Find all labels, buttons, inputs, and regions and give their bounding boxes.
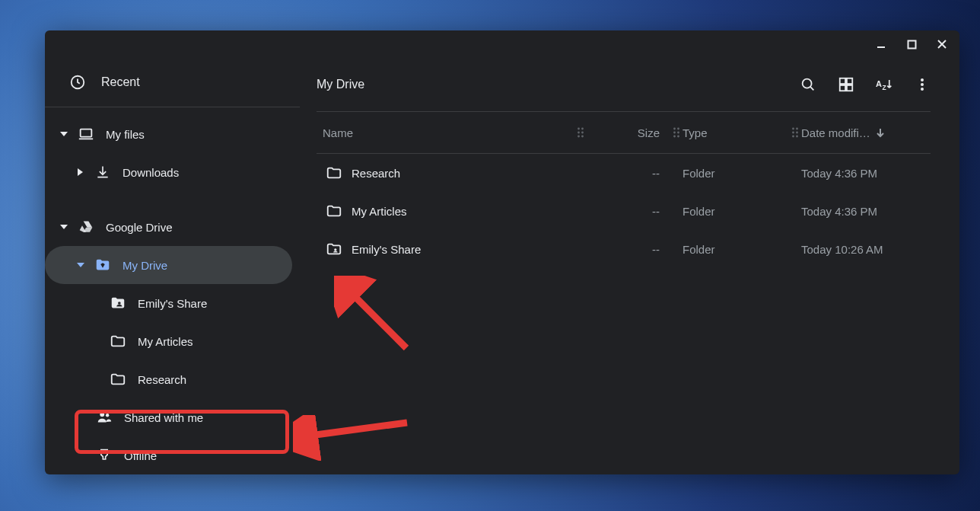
main-panel: My Drive AZ Name	[300, 58, 959, 474]
svg-point-48	[796, 136, 798, 138]
file-date: Today 4:36 PM	[801, 167, 931, 180]
window-titlebar	[45, 30, 959, 58]
svg-rect-22	[840, 78, 845, 84]
folder-icon	[317, 164, 352, 181]
minimize-button[interactable]	[874, 37, 888, 51]
sidebar-tree: My files Downloads	[45, 107, 300, 474]
svg-point-44	[796, 128, 798, 130]
chevron-down-icon	[59, 222, 69, 232]
svg-point-43	[792, 128, 794, 130]
sidebar-item-label: My Drive	[123, 259, 292, 272]
sidebar-item-my-articles[interactable]: My Articles	[45, 322, 300, 360]
chevron-down-icon	[75, 260, 86, 270]
sidebar-recent-label: Recent	[101, 75, 140, 89]
offline-pin-icon	[95, 448, 113, 463]
svg-marker-9	[60, 225, 68, 229]
sidebar-item-label: Research	[138, 373, 300, 386]
sidebar: Recent My files	[45, 58, 300, 474]
folder-icon	[109, 333, 127, 350]
column-resize-handle[interactable]	[789, 126, 801, 139]
svg-rect-23	[847, 78, 852, 84]
file-type: Folder	[682, 205, 789, 218]
file-size: --	[587, 243, 670, 256]
svg-marker-10	[77, 263, 84, 267]
sidebar-item-label: Google Drive	[106, 221, 300, 234]
svg-rect-24	[840, 85, 845, 91]
chevron-right-icon	[75, 167, 86, 177]
folder-shared-icon	[109, 295, 127, 311]
grid-icon	[838, 76, 854, 93]
sidebar-item-downloads[interactable]: Downloads	[45, 153, 300, 191]
folder-shared-icon	[317, 241, 352, 257]
view-toggle-button[interactable]	[838, 76, 854, 93]
sidebar-item-label: My files	[106, 128, 300, 141]
toolbar: AZ	[800, 76, 931, 93]
sidebar-item-label: Emily's Share	[138, 297, 300, 310]
sidebar-item-label: Downloads	[123, 166, 300, 179]
sort-button[interactable]: AZ	[876, 76, 892, 93]
search-button[interactable]	[800, 76, 816, 93]
sidebar-item-my-files[interactable]: My files	[45, 115, 300, 153]
file-size: --	[587, 205, 670, 218]
file-size: --	[587, 167, 670, 180]
svg-point-34	[581, 132, 584, 134]
svg-point-31	[578, 128, 580, 130]
sidebar-item-offline[interactable]: Offline	[45, 436, 300, 474]
svg-point-35	[578, 136, 580, 138]
svg-point-47	[792, 136, 794, 138]
file-date: Today 10:26 AM	[801, 243, 931, 256]
svg-text:A: A	[876, 79, 882, 88]
sidebar-item-shared-with-me[interactable]: Shared with me	[45, 398, 300, 436]
sidebar-item-google-drive[interactable]: Google Drive	[45, 208, 300, 246]
svg-point-32	[581, 128, 584, 130]
file-name: My Articles	[352, 205, 587, 218]
svg-marker-5	[60, 132, 68, 136]
svg-point-17	[118, 302, 121, 305]
svg-point-38	[677, 128, 679, 130]
laptop-icon	[77, 126, 95, 142]
sidebar-item-research[interactable]: Research	[45, 360, 300, 398]
close-icon	[937, 39, 947, 50]
svg-point-40	[677, 132, 679, 134]
sidebar-item-emilys-share[interactable]: Emily's Share	[45, 284, 300, 322]
svg-rect-1	[908, 40, 915, 48]
svg-point-20	[803, 79, 812, 88]
table-header: Name Size Type Date modifi…	[317, 111, 931, 154]
svg-rect-6	[81, 129, 92, 137]
sidebar-item-label: Shared with me	[124, 411, 300, 424]
file-list: Research--FolderToday 4:36 PMMy Articles…	[317, 154, 931, 268]
file-row[interactable]: Emily's Share--FolderToday 10:26 AM	[317, 230, 931, 268]
svg-point-37	[673, 128, 676, 130]
column-type[interactable]: Type	[682, 126, 789, 139]
file-row[interactable]: My Articles--FolderToday 4:36 PM	[317, 192, 931, 230]
sidebar-recent[interactable]: Recent	[45, 58, 300, 107]
column-resize-handle[interactable]	[670, 126, 682, 139]
clock-icon	[69, 74, 86, 91]
file-name: Research	[352, 167, 587, 180]
sidebar-item-my-drive[interactable]: My Drive	[45, 246, 292, 284]
download-icon	[94, 164, 112, 180]
sidebar-item-label: My Articles	[138, 335, 300, 348]
folder-icon	[109, 371, 127, 388]
sidebar-item-label: Offline	[124, 449, 300, 462]
search-icon	[800, 76, 816, 93]
svg-point-46	[796, 132, 798, 134]
more-button[interactable]	[914, 76, 931, 93]
column-resize-handle[interactable]	[574, 126, 587, 139]
svg-rect-25	[847, 85, 852, 91]
svg-point-18	[100, 412, 104, 417]
drive-folder-icon	[94, 257, 112, 273]
file-row[interactable]: Research--FolderToday 4:36 PM	[317, 154, 931, 192]
svg-point-39	[673, 132, 676, 134]
file-type: Folder	[682, 243, 789, 256]
column-name[interactable]: Name	[317, 126, 574, 139]
close-button[interactable]	[935, 37, 949, 51]
maximize-button[interactable]	[905, 37, 918, 51]
file-name: Emily's Share	[352, 243, 587, 256]
people-icon	[95, 409, 113, 426]
files-app-window: Recent My files	[45, 30, 959, 474]
column-size[interactable]: Size	[587, 126, 670, 139]
column-date[interactable]: Date modifi…	[801, 126, 931, 139]
sort-az-icon: AZ	[876, 76, 892, 93]
chevron-down-icon	[59, 129, 69, 139]
